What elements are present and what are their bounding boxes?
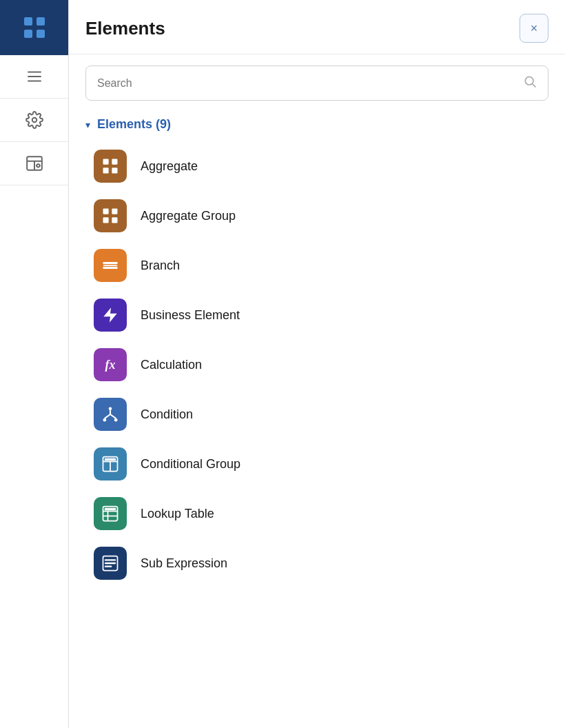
svg-rect-19	[112, 217, 117, 223]
aggregate-group-icon	[94, 199, 127, 232]
svg-point-3	[32, 118, 37, 123]
svg-rect-33	[105, 458, 116, 461]
svg-rect-16	[103, 209, 109, 214]
branch-icon	[94, 249, 127, 282]
business-element-icon	[94, 299, 127, 332]
branch-label: Branch	[141, 259, 180, 273]
dot-1	[24, 17, 32, 26]
calculation-icon: fx	[94, 348, 127, 381]
calculation-item[interactable]: fx Calculation	[85, 341, 548, 388]
svg-line-28	[105, 414, 110, 418]
sidebar-logo	[0, 0, 68, 55]
conditional-group-item[interactable]: Conditional Group	[85, 441, 548, 487]
elements-panel: Elements × ▾ Elements (9)	[69, 0, 565, 728]
dot-2	[37, 17, 45, 26]
settings-nav-icon[interactable]	[0, 99, 68, 142]
svg-line-29	[110, 414, 116, 418]
sub-expression-label: Sub Expression	[141, 556, 227, 571]
svg-rect-38	[105, 508, 116, 511]
app-logo-grid	[21, 14, 48, 41]
svg-rect-18	[103, 217, 109, 223]
svg-rect-14	[103, 168, 109, 173]
search-icon	[523, 74, 537, 92]
panel-header: Elements ×	[69, 0, 565, 54]
branch-item[interactable]: Branch	[85, 242, 548, 289]
section-header: ▾ Elements (9)	[85, 117, 548, 132]
close-icon: ×	[531, 21, 538, 36]
conditional-group-icon	[94, 447, 127, 481]
aggregate-group-label: Aggregate Group	[141, 209, 236, 223]
lookup-table-label: Lookup Table	[141, 507, 214, 521]
elements-section-title: Elements (9)	[97, 117, 171, 132]
svg-line-11	[533, 84, 536, 88]
svg-point-10	[525, 77, 533, 85]
search-input[interactable]	[97, 77, 523, 90]
svg-point-7	[37, 164, 39, 167]
panel-title: Elements	[85, 18, 165, 39]
condition-icon	[94, 398, 127, 431]
close-button[interactable]: ×	[520, 14, 548, 43]
search-container	[69, 54, 565, 112]
aggregate-label: Aggregate	[141, 159, 198, 174]
condition-label: Condition	[141, 407, 193, 422]
chevron-down-icon: ▾	[85, 119, 90, 130]
search-box	[85, 65, 548, 101]
aggregate-group-item[interactable]: Aggregate Group	[85, 192, 548, 239]
aggregate-icon	[94, 150, 127, 183]
business-element-label: Business Element	[141, 308, 240, 323]
dot-4	[37, 30, 45, 38]
table-settings-nav-icon[interactable]	[0, 142, 68, 185]
dot-3	[24, 30, 32, 38]
elements-section: ▾ Elements (9) Aggregate	[69, 112, 565, 728]
calculation-label: Calculation	[141, 358, 202, 372]
element-list: Aggregate Aggregate Group	[85, 143, 548, 587]
svg-marker-23	[103, 307, 117, 323]
svg-point-24	[109, 407, 112, 411]
business-element-item[interactable]: Business Element	[85, 292, 548, 338]
lookup-table-item[interactable]: Lookup Table	[85, 490, 548, 537]
conditional-group-label: Conditional Group	[141, 457, 240, 472]
svg-rect-17	[112, 209, 117, 214]
sub-expression-item[interactable]: Sub Expression	[85, 540, 548, 587]
svg-rect-12	[103, 159, 109, 165]
sub-expression-icon	[94, 547, 127, 580]
list-nav-icon[interactable]	[0, 55, 68, 99]
svg-point-26	[114, 418, 118, 422]
aggregate-item[interactable]: Aggregate	[85, 143, 548, 190]
condition-item[interactable]: Condition	[85, 391, 548, 438]
lookup-table-icon	[94, 497, 127, 530]
svg-point-25	[103, 418, 107, 422]
svg-rect-15	[112, 168, 117, 173]
svg-rect-13	[112, 159, 117, 165]
sidebar	[0, 0, 69, 728]
